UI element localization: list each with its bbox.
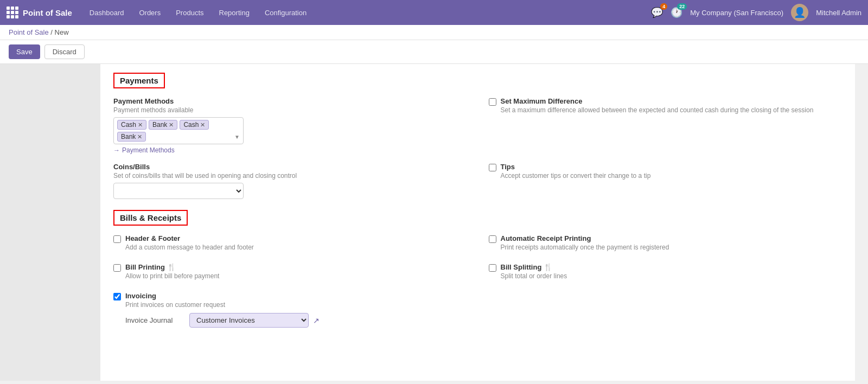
header-footer-field: Header & Footer Add a custom message to …: [113, 234, 467, 254]
tips-field: Tips Accept customer tips or convert the…: [489, 163, 843, 183]
set-max-diff-col: Set Maximum Difference Set a maximum dif…: [489, 97, 843, 154]
breadcrumb-separator: /: [50, 28, 54, 36]
invoice-journal-label: Invoice Journal: [125, 316, 185, 324]
brand-label: Point of Sale: [23, 8, 72, 17]
bill-printing-desc: Allow to print bill before payment: [125, 272, 219, 280]
bill-splitting-field: Bill Splitting 🍴 Split total or order li…: [489, 263, 843, 283]
invoice-journal-select[interactable]: Customer Invoices: [189, 313, 309, 328]
external-link-icon[interactable]: ↗: [313, 316, 320, 325]
bill-splitting-checkbox[interactable]: [489, 264, 496, 272]
auto-receipt-col: Automatic Receipt Printing Print receipt…: [489, 234, 843, 254]
tags-dropdown-arrow[interactable]: ▼: [234, 134, 240, 140]
coins-bills-select[interactable]: [113, 183, 244, 199]
bill-splitting-col: Bill Splitting 🍴 Split total or order li…: [489, 263, 843, 283]
nav-dashboard[interactable]: Dashboard: [83, 5, 131, 20]
brand[interactable]: Point of Sale: [7, 7, 72, 18]
auto-receipt-desc: Print receipts automatically once the pa…: [501, 244, 669, 251]
tips-checkbox[interactable]: [489, 164, 496, 171]
auto-receipt-label: Automatic Receipt Printing: [501, 234, 669, 242]
left-gutter: [0, 64, 100, 381]
nav-configuration[interactable]: Configuration: [258, 5, 313, 20]
tag-bank1[interactable]: Bank ✕: [149, 120, 177, 130]
bill-printing-checkbox[interactable]: [113, 264, 121, 272]
tips-label: Tips: [501, 163, 651, 171]
invoicing-label: Invoicing: [125, 292, 320, 300]
invoicing-desc: Print invoices on customer request: [125, 301, 320, 309]
nav-reporting[interactable]: Reporting: [213, 5, 256, 20]
coins-bills-col: Coins/Bills Set of coins/bills that will…: [113, 163, 467, 199]
grid-menu-icon[interactable]: [7, 7, 18, 18]
bill-printing-text: Bill Printing 🍴 Allow to print bill befo…: [125, 263, 219, 283]
chat-icon[interactable]: 💬 4: [651, 7, 663, 18]
tips-desc: Accept customer tips or convert their ch…: [501, 172, 651, 180]
header-footer-desc: Add a custom message to header and foote…: [125, 244, 254, 251]
invoicing-right-col: [489, 292, 843, 328]
avatar[interactable]: 👤: [791, 4, 808, 21]
set-max-diff-field: Set Maximum Difference Set a maximum dif…: [489, 97, 843, 117]
auto-receipt-checkbox[interactable]: [489, 235, 496, 243]
payment-methods-link[interactable]: → Payment Methods: [113, 146, 175, 154]
auto-receipt-field: Automatic Receipt Printing Print receipt…: [489, 234, 843, 254]
invoicing-checkbox[interactable]: [113, 293, 121, 300]
set-max-diff-checkbox[interactable]: [489, 98, 496, 106]
header-footer-text: Header & Footer Add a custom message to …: [125, 234, 254, 254]
payments-row1: Payment Methods Payment methods availabl…: [113, 97, 842, 154]
tag-cash1-remove[interactable]: ✕: [138, 121, 143, 129]
tag-bank2-remove[interactable]: ✕: [137, 133, 142, 140]
coins-bills-label: Coins/Bills: [113, 163, 467, 171]
nav-products[interactable]: Products: [169, 5, 210, 20]
bills-row2: Bill Printing 🍴 Allow to print bill befo…: [113, 263, 842, 283]
bill-splitting-icon: 🍴: [544, 263, 552, 271]
payment-methods-input[interactable]: Cash ✕ Bank ✕ Cash ✕ Bank ✕ ▼: [113, 117, 244, 144]
navbar: Point of Sale Dashboard Orders Products …: [0, 0, 868, 25]
bill-splitting-label: Bill Splitting 🍴: [501, 263, 567, 271]
nav-menu: Dashboard Orders Products Reporting Conf…: [83, 5, 651, 20]
invoicing-text: Invoicing Print invoices on customer req…: [125, 292, 320, 328]
clock-badge: 22: [677, 3, 687, 10]
breadcrumb-parent[interactable]: Point of Sale: [9, 28, 49, 36]
coins-bills-desc: Set of coins/bills that will be used in …: [113, 172, 467, 180]
user-name[interactable]: Mitchell Admin: [816, 9, 861, 17]
nav-orders[interactable]: Orders: [132, 5, 167, 20]
save-button[interactable]: Save: [9, 44, 40, 59]
invoicing-col: Invoicing Print invoices on customer req…: [113, 292, 467, 328]
tag-cash1[interactable]: Cash ✕: [117, 120, 146, 130]
link-label[interactable]: Payment Methods: [122, 146, 175, 154]
clock-icon[interactable]: 🕐 22: [671, 7, 682, 18]
header-footer-checkbox[interactable]: [113, 235, 121, 243]
bill-printing-col: Bill Printing 🍴 Allow to print bill befo…: [113, 263, 467, 283]
tips-col: Tips Accept customer tips or convert the…: [489, 163, 843, 199]
right-gutter: [855, 64, 868, 381]
form-area: Payments Payment Methods Payment methods…: [100, 64, 855, 381]
link-arrow-icon: →: [113, 146, 120, 154]
company-selector[interactable]: My Company (San Francisco): [690, 9, 783, 17]
bills-row3: Invoicing Print invoices on customer req…: [113, 292, 842, 328]
bills-receipts-section: Bills & Receipts Header & Footer Add a c…: [113, 210, 842, 328]
header-footer-col: Header & Footer Add a custom message to …: [113, 234, 467, 254]
breadcrumb: Point of Sale / New: [0, 25, 868, 40]
chat-badge: 4: [660, 3, 667, 10]
tips-text: Tips Accept customer tips or convert the…: [501, 163, 651, 183]
discard-button[interactable]: Discard: [44, 44, 85, 59]
tag-cash2-remove[interactable]: ✕: [200, 121, 205, 129]
set-max-diff-desc: Set a maximum difference allowed between…: [501, 106, 814, 114]
bills-row1: Header & Footer Add a custom message to …: [113, 234, 842, 254]
header-footer-label: Header & Footer: [125, 234, 254, 242]
navbar-right: 💬 4 🕐 22 My Company (San Francisco) 👤 Mi…: [651, 4, 861, 21]
tag-bank1-remove[interactable]: ✕: [169, 121, 174, 129]
bill-printing-icon: 🍴: [167, 263, 176, 271]
toolbar: Save Discard: [0, 40, 868, 64]
main-content: Payments Payment Methods Payment methods…: [0, 64, 868, 381]
payments-header: Payments: [113, 73, 165, 88]
tag-bank2[interactable]: Bank ✕: [117, 132, 146, 142]
set-max-diff-text: Set Maximum Difference Set a maximum dif…: [501, 97, 814, 117]
breadcrumb-current: New: [55, 28, 69, 36]
invoice-journal-row: Invoice Journal Customer Invoices ↗: [125, 313, 320, 328]
tag-cash2[interactable]: Cash ✕: [180, 120, 209, 130]
bill-printing-field: Bill Printing 🍴 Allow to print bill befo…: [113, 263, 467, 283]
bills-receipts-header: Bills & Receipts: [113, 210, 188, 226]
payment-methods-col: Payment Methods Payment methods availabl…: [113, 97, 467, 154]
payments-section: Payments Payment Methods Payment methods…: [113, 73, 842, 199]
bill-splitting-desc: Split total or order lines: [501, 272, 567, 280]
payment-methods-desc: Payment methods available: [113, 106, 467, 114]
